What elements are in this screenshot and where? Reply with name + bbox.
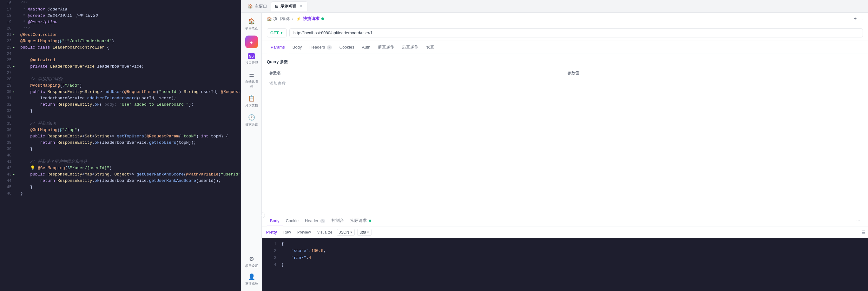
json-ln-3: 3	[267, 255, 276, 261]
sidebar-item-interface[interactable]: 96 接口管理	[243, 51, 260, 67]
tab-cookies[interactable]: Cookies	[336, 41, 358, 53]
sidebar-label-docs: 分享文档	[245, 103, 258, 108]
ln-37: 37	[0, 133, 11, 140]
code-line: // 添加用户得分	[20, 76, 241, 83]
add-param-button[interactable]: 添加参数	[267, 78, 863, 89]
project-overview-link[interactable]: 🏠 项目概览	[267, 16, 290, 22]
tab-main-window[interactable]: 🏠 主窗口	[244, 1, 271, 11]
code-editor: 16 17 18 19 20 21 22 23 24 25 26 27 28 2…	[0, 0, 241, 291]
tab-body[interactable]: Body	[289, 41, 306, 53]
header-badge: 5	[320, 219, 325, 223]
ln-22: 22	[0, 38, 11, 45]
sidebar-item-invite[interactable]: 👤 邀请成员	[243, 271, 260, 288]
tab-auth[interactable]: Auth	[358, 41, 374, 53]
tab-post-ops[interactable]: 后置操作	[398, 41, 422, 54]
sidebar-item-history[interactable]: 🕐 请求历史	[243, 111, 260, 129]
code-line	[20, 70, 241, 76]
code-line: @PostMapping(ꞵ"/add")	[20, 83, 241, 89]
method-select[interactable]: GET ▼	[267, 28, 287, 37]
sidebar-item-docs[interactable]: 📋 分享文档	[243, 92, 260, 110]
copy-icon: ⊞	[275, 4, 279, 8]
resp-opt-preview[interactable]: Preview	[296, 229, 313, 235]
sidebar-label-overview: 项目概览	[245, 26, 258, 30]
encoding-chevron-icon: ▼	[366, 231, 369, 234]
ln-40: 40	[0, 152, 11, 159]
code-line: }	[20, 184, 241, 191]
ln-45: 45	[0, 184, 11, 191]
json-indent	[281, 248, 291, 255]
resp-tab-body[interactable]: Body	[267, 216, 283, 226]
response-more-button[interactable]: ···	[854, 217, 863, 225]
tab-headers[interactable]: Headers 7	[306, 41, 335, 53]
format-label: JSON	[339, 230, 349, 234]
resp-tab-console[interactable]: 控制台	[328, 215, 347, 227]
settings-icon: ⚙	[249, 256, 254, 262]
url-bar: GET ▼	[262, 25, 868, 41]
automation-icon: ☰	[249, 71, 254, 78]
tab-bar: 🏠 主窗口 ⊞ 示例项目 ×	[241, 0, 868, 13]
code-line: public ResponseEntity<Set<String>> getTo…	[20, 133, 241, 140]
json-response-body: 1 { 2 "score" : 100.0 , 3	[262, 238, 868, 291]
encoding-label: utf8	[360, 230, 366, 234]
ln-17: 17	[0, 6, 11, 13]
main-content: 🏠 项目概览 › ⚡ 快捷请求 + ··· GET ▼	[262, 13, 868, 291]
code-line	[20, 114, 241, 121]
sidebar-label-automation: 自动化测试	[244, 80, 259, 89]
code-line: @RestController	[20, 32, 241, 38]
tab-example-label: 示例项目	[280, 3, 297, 9]
resp-wrap-button[interactable]: ☰	[861, 230, 865, 235]
ln-33: 33	[0, 108, 11, 114]
tab-params[interactable]: Params	[267, 41, 289, 53]
ln-29: 29	[0, 83, 11, 89]
code-line: public ResponseEntity<Map<String, Object…	[20, 171, 241, 178]
json-key-score: "score"	[291, 248, 309, 255]
more-options-button[interactable]: ···	[859, 16, 863, 21]
sidebar-item-settings[interactable]: ⚙ 项目设置	[243, 253, 260, 271]
ln-35: 35	[0, 121, 11, 127]
sidebar: 🏠 项目概览 ⬥ 96 接口管理 ☰ 自动化测试 📋 分享文档 🕐 请求历史	[241, 13, 262, 291]
code-line: // 获取某个用户的排名和得分	[20, 159, 241, 165]
sidebar-item-automation[interactable]: ☰ 自动化测试	[243, 69, 260, 91]
json-line-1: 1 {	[267, 240, 863, 248]
project-header: 🏠 项目概览 › ⚡ 快捷请求 + ···	[262, 13, 868, 25]
sidebar-item-overview[interactable]: 🏠 项目概览	[243, 15, 260, 33]
resp-format-select[interactable]: JSON ▼	[337, 229, 355, 236]
sidebar-label-interface: 接口管理	[245, 61, 258, 65]
ln-43: 43	[0, 171, 11, 178]
code-line: public class LeaderboardController {	[20, 45, 241, 51]
tab-close-button[interactable]: ×	[299, 4, 303, 8]
code-line: }	[20, 146, 241, 152]
home-small-icon: 🏠	[267, 17, 272, 21]
response-tabs: Body Cookie Header 5 控制台 实际请求 ···	[262, 215, 868, 227]
header-actions: + ···	[854, 16, 863, 22]
resp-opt-raw[interactable]: Raw	[281, 229, 293, 235]
method-label: GET	[270, 30, 279, 35]
ln-32: 32	[0, 101, 11, 108]
ln-19: 19	[0, 19, 11, 25]
url-input[interactable]	[289, 28, 863, 37]
quick-request-link[interactable]: ⚡ 快捷请求	[296, 16, 324, 22]
resp-tab-cookie[interactable]: Cookie	[283, 216, 302, 226]
code-line: @GetMapping(ꞵ"/top")	[20, 127, 241, 133]
code-line	[20, 152, 241, 159]
add-button[interactable]: +	[854, 16, 857, 22]
code-line: **/	[20, 25, 241, 32]
ln-28: 28	[0, 76, 11, 83]
json-brace-close: }	[281, 261, 284, 268]
ln-42: 42	[0, 165, 11, 171]
resp-encoding-select[interactable]: utf8 ▼	[357, 229, 372, 236]
resp-tab-header[interactable]: Header 5	[302, 216, 328, 226]
code-line: * @Description	[20, 19, 241, 25]
json-line-2: 2 "score" : 100.0 ,	[267, 248, 863, 255]
resp-opt-pretty[interactable]: Pretty	[264, 229, 279, 235]
code-line: leaderboardService.addUserToLeaderboard(…	[20, 95, 241, 101]
resp-opt-visualize[interactable]: Visualize	[315, 229, 334, 235]
ln-24: 24	[0, 51, 11, 57]
format-chevron-icon: ▼	[350, 231, 353, 234]
history-icon: 🕐	[248, 114, 255, 121]
tab-settings[interactable]: 设置	[422, 41, 438, 54]
resp-tab-actual[interactable]: 实际请求	[347, 215, 374, 227]
tab-pre-ops[interactable]: 前置操作	[374, 41, 398, 54]
ln-16: 16	[0, 0, 11, 6]
tab-example-project[interactable]: ⊞ 示例项目 ×	[271, 1, 307, 11]
